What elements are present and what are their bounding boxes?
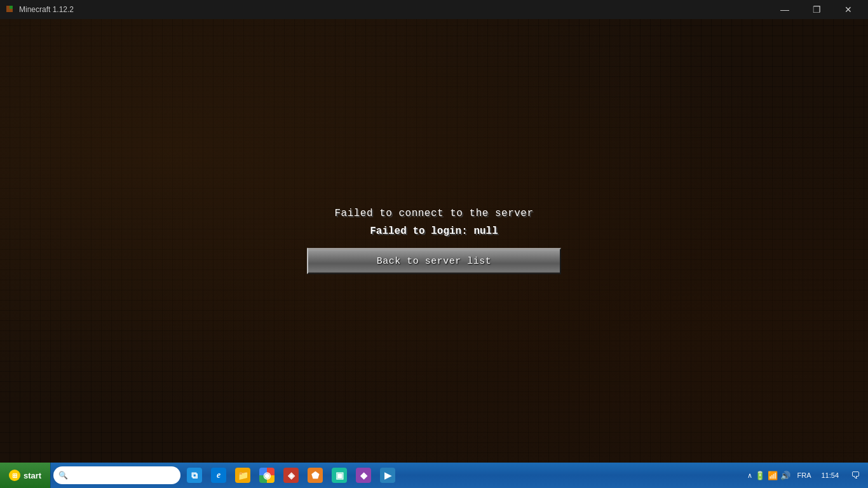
minecraft-window: Failed to connect to the server Failed t… — [0, 19, 868, 463]
svg-rect-1 — [10, 6, 13, 9]
back-to-server-list-button[interactable]: Back to server list — [307, 248, 561, 274]
taskbar-right: ∧ 🔋 📶 🔊 FRA 11:54 🗨 — [747, 466, 868, 484]
chevron-icon[interactable]: ∧ — [747, 471, 752, 480]
app7-icon: ▣ — [332, 468, 347, 483]
app9-button[interactable]: ▶ — [376, 464, 399, 487]
system-tray: ∧ 🔋 📶 🔊 — [747, 471, 790, 480]
close-button[interactable]: ✕ — [834, 0, 863, 19]
titlebar-left: Minecraft 1.12.2 — [5, 4, 74, 15]
titlebar-controls: — ❐ ✕ — [770, 0, 863, 19]
svg-rect-3 — [10, 9, 13, 12]
notification-icon: 🗨 — [851, 470, 860, 480]
app6-icon: ⬟ — [308, 468, 323, 483]
task-view-icon: ⧉ — [187, 468, 202, 483]
search-input[interactable] — [71, 471, 175, 479]
start-button[interactable]: ⊞ start — [0, 463, 51, 488]
file-explorer-button[interactable]: 📁 — [231, 464, 254, 487]
chrome-icon: ◉ — [259, 468, 275, 483]
taskbar-search-box[interactable]: 🔍 — [53, 466, 180, 484]
edge-button[interactable]: e — [207, 464, 230, 487]
app7-button[interactable]: ▣ — [328, 464, 351, 487]
minecraft-icon — [5, 4, 15, 15]
app5-button[interactable]: ◈ — [280, 464, 302, 487]
app8-button[interactable]: ◆ — [352, 464, 375, 487]
explorer-icon: 📁 — [235, 468, 250, 483]
titlebar: Minecraft 1.12.2 — ❐ ✕ — [0, 0, 868, 19]
network-icon: 📶 — [768, 471, 778, 480]
svg-rect-2 — [6, 9, 10, 12]
volume-icon: 🔊 — [780, 471, 790, 480]
error-dialog: Failed to connect to the server Failed t… — [307, 208, 561, 274]
task-view-button[interactable]: ⧉ — [183, 464, 206, 487]
system-clock: 11:54 — [817, 471, 843, 479]
edge-icon: e — [211, 468, 226, 483]
start-icon: ⊞ — [9, 470, 20, 481]
chrome-button[interactable]: ◉ — [255, 464, 278, 487]
battery-icon: 🔋 — [755, 471, 765, 480]
svg-rect-0 — [6, 6, 10, 9]
app6-button[interactable]: ⬟ — [304, 464, 327, 487]
error-subtitle: Failed to login: null — [307, 226, 561, 237]
error-title: Failed to connect to the server — [307, 208, 561, 219]
taskbar-apps: ⧉ e 📁 ◉ ◈ ⬟ ▣ ◆ ▶ — [183, 464, 399, 487]
window-title: Minecraft 1.12.2 — [19, 5, 74, 14]
notification-button[interactable]: 🗨 — [846, 466, 864, 484]
app5-icon: ◈ — [283, 468, 299, 483]
maximize-button[interactable]: ❐ — [802, 0, 831, 19]
minimize-button[interactable]: — — [770, 0, 799, 19]
start-label: start — [24, 471, 41, 480]
search-icon: 🔍 — [58, 471, 68, 480]
taskbar: ⊞ start 🔍 ⧉ e 📁 ◉ ◈ ⬟ ▣ — [0, 463, 868, 488]
app8-icon: ◆ — [356, 468, 371, 483]
app9-icon: ▶ — [380, 468, 395, 483]
language-indicator: FRA — [794, 471, 813, 479]
